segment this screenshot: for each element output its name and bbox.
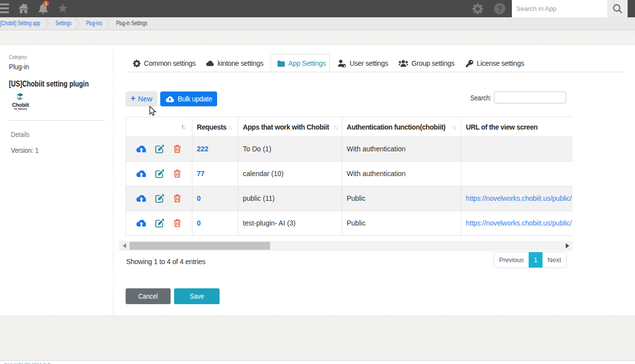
svg-text:?: ?	[498, 5, 502, 13]
svg-text:Chobiit: Chobiit	[12, 102, 29, 108]
svg-text:1: 1	[45, 1, 47, 6]
svg-text:for kintone: for kintone	[14, 107, 27, 110]
